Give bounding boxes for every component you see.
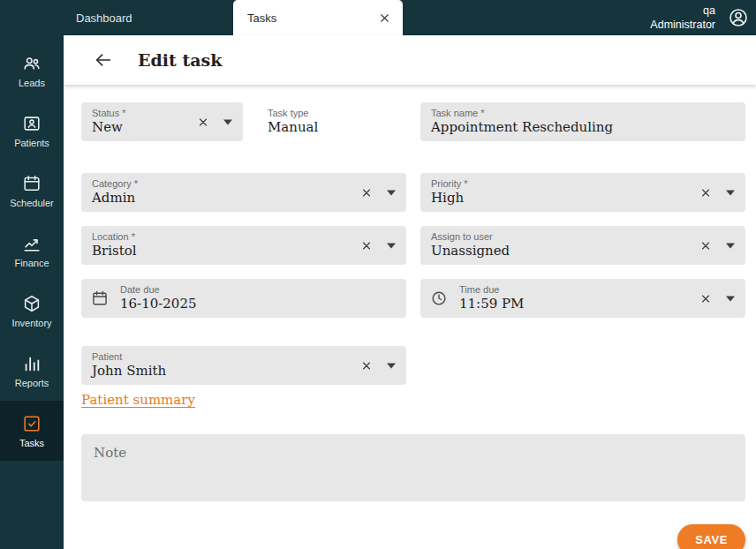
field-value: John Smith: [92, 363, 396, 379]
user-name-line1: qa: [650, 4, 715, 18]
back-button[interactable]: [92, 49, 115, 71]
sidebar-item-leads[interactable]: Leads: [0, 41, 64, 101]
calendar-icon: [22, 174, 42, 193]
date-due-picker[interactable]: Date due 16-10-2025: [81, 279, 406, 318]
app-window: Leads Patients Scheduler: [0, 0, 756, 549]
field-value: Appointment Rescheduling: [431, 119, 735, 135]
topbar: Dashboard Tasks qa Administrator: [64, 0, 756, 35]
chevron-down-icon[interactable]: [726, 296, 735, 301]
location-select[interactable]: Location * Bristol: [81, 226, 406, 265]
nav-dashboard-link[interactable]: Dashboard: [76, 11, 132, 25]
sidebar-item-label: Leads: [19, 78, 45, 88]
chevron-down-icon[interactable]: [387, 243, 396, 248]
clear-icon[interactable]: [699, 292, 712, 305]
note-textarea[interactable]: [81, 434, 745, 501]
sidebar-item-label: Finance: [14, 258, 49, 268]
clear-icon[interactable]: [699, 239, 712, 252]
people-icon: [22, 54, 42, 73]
page-title: Edit task: [138, 50, 222, 70]
field-label: Priority *: [431, 178, 735, 189]
field-label: Patient: [92, 351, 396, 362]
field-value: Manual: [268, 119, 396, 135]
user-name: qa Administrator: [650, 4, 715, 33]
clear-icon[interactable]: [359, 359, 373, 372]
clear-icon[interactable]: [196, 116, 209, 129]
priority-select[interactable]: Priority * High: [420, 173, 745, 212]
user-role: Administrator: [650, 18, 715, 32]
field-label: Assign to user: [431, 231, 735, 242]
field-value: 11:59 PM: [459, 296, 735, 312]
edit-task-form: Status * New Task type Manual: [64, 85, 756, 549]
time-due-picker[interactable]: Time due 11:59 PM: [420, 279, 745, 318]
sidebar-item-patients[interactable]: Patients: [0, 101, 64, 161]
task-check-icon: [22, 414, 42, 433]
sidebar-item-finance[interactable]: Finance: [0, 221, 64, 281]
tab-tasks[interactable]: Tasks: [233, 0, 403, 35]
chevron-down-icon[interactable]: [726, 243, 735, 248]
field-label: Location *: [92, 231, 396, 242]
field-value: High: [431, 190, 735, 206]
patient-summary-link[interactable]: Patient summary: [81, 392, 195, 408]
main-panel: Edit task Status * New: [64, 35, 756, 549]
sidebar-item-tasks[interactable]: Tasks: [0, 401, 64, 461]
task-name-input[interactable]: Task name * Appointment Rescheduling: [420, 102, 745, 141]
status-select[interactable]: Status * New: [81, 102, 243, 141]
sidebar-item-label: Reports: [15, 378, 49, 388]
page-header: Edit task: [64, 35, 756, 85]
patient-select[interactable]: Patient John Smith: [81, 346, 406, 385]
clear-icon[interactable]: [699, 186, 712, 199]
field-label: Task type: [268, 108, 396, 118]
sidebar: Leads Patients Scheduler: [0, 0, 64, 549]
save-button[interactable]: SAVE: [677, 524, 745, 549]
field-label: Time due: [459, 284, 735, 295]
clear-icon[interactable]: [359, 239, 373, 252]
field-value: Unassigned: [431, 243, 735, 259]
chevron-down-icon[interactable]: [726, 190, 735, 195]
field-label: Date due: [120, 284, 396, 295]
finance-chart-icon: [22, 234, 42, 253]
clock-icon: [430, 290, 448, 307]
sidebar-item-label: Scheduler: [10, 198, 54, 208]
chevron-down-icon[interactable]: [223, 119, 232, 124]
field-label: Task name *: [431, 108, 735, 118]
user-block: qa Administrator: [650, 4, 756, 33]
field-value: Bristol: [92, 243, 396, 259]
assign-to-user-select[interactable]: Assign to user Unassigned: [420, 226, 745, 265]
clear-icon[interactable]: [359, 186, 373, 199]
sidebar-item-label: Tasks: [19, 438, 44, 448]
sidebar-item-label: Inventory: [11, 318, 51, 328]
field-label: Category *: [92, 178, 396, 189]
close-icon[interactable]: [376, 10, 392, 26]
category-select[interactable]: Category * Admin: [81, 173, 406, 212]
account-avatar-icon[interactable]: [728, 7, 749, 28]
chevron-down-icon[interactable]: [387, 190, 396, 195]
bar-chart-icon: [22, 354, 42, 373]
patient-card-icon: [22, 114, 42, 133]
chevron-down-icon[interactable]: [387, 363, 396, 368]
tab-label: Tasks: [247, 11, 276, 25]
field-value: Admin: [92, 190, 396, 206]
box-icon: [22, 294, 42, 313]
sidebar-item-scheduler[interactable]: Scheduler: [0, 161, 64, 221]
field-value: 16-10-2025: [120, 296, 396, 312]
sidebar-item-label: Patients: [14, 138, 49, 148]
calendar-icon: [91, 290, 109, 307]
task-type-field: Task type Manual: [257, 102, 406, 141]
sidebar-item-reports[interactable]: Reports: [0, 341, 64, 401]
sidebar-item-inventory[interactable]: Inventory: [0, 281, 64, 341]
